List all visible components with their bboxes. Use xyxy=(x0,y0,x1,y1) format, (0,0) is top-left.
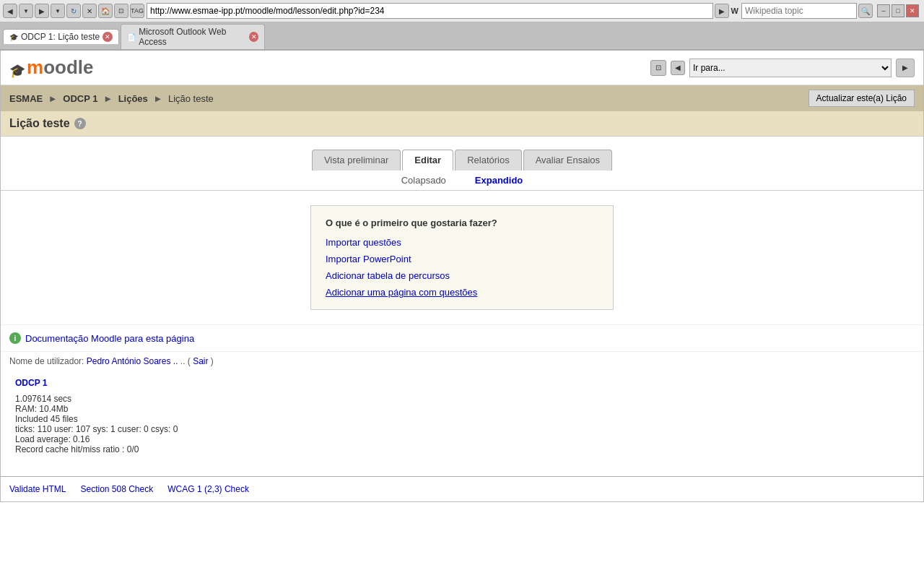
user-close-paren: ) xyxy=(211,356,214,366)
address-bar: ▶ xyxy=(147,3,729,19)
add-table-link[interactable]: Adicionar tabela de percursos xyxy=(326,270,598,281)
wcag-link[interactable]: WCAG 1 (2,3) Check xyxy=(167,484,249,494)
forward-arrow-button[interactable]: ▼ xyxy=(51,4,65,18)
user-separator: .. ( xyxy=(180,356,191,366)
logo-m: m xyxy=(27,56,43,78)
debug-stat-0: 1.097614 secs xyxy=(15,394,909,404)
add-page-link[interactable]: Adicionar uma página com questões xyxy=(326,287,598,298)
screenshot-button[interactable]: ⊡ xyxy=(114,4,128,18)
debug-stat-5: Record cache hit/miss ratio : 0/0 xyxy=(15,444,909,454)
logo-text: moodle xyxy=(27,56,93,79)
browser-chrome: ◀ ▼ ▶ ▼ ↻ ✕ 🏠 ⊡ TAG ▶ W 🔍 – □ ✕ 🎓 xyxy=(0,0,924,51)
debug-stat-4: Load average: 0.16 xyxy=(15,434,909,444)
section-508-link[interactable]: Section 508 Check xyxy=(80,484,153,494)
minimize-button[interactable]: – xyxy=(877,4,890,17)
content-tabs-container: Vista preliminar Editar Relatórios Avali… xyxy=(1,137,923,351)
logo-hat-icon: 🎓 xyxy=(9,63,25,79)
tab-2-title: Microsoft Outlook Web Access xyxy=(139,27,246,47)
action-box-title: O que é o primeiro que gostaria fazer? xyxy=(326,217,598,228)
nav-back-btn[interactable]: ◀ xyxy=(671,61,685,75)
debug-stat-2: Included 45 files xyxy=(15,414,909,424)
expand-row: Colapsado Expandido xyxy=(1,171,923,191)
tab-essays[interactable]: Avaliar Ensaios xyxy=(523,150,612,171)
nav-screenshot-btn[interactable]: ⊡ xyxy=(650,60,666,76)
tab-1-icon: 🎓 xyxy=(9,33,18,41)
debug-stats: 1.097614 secs RAM: 10.4Mb Included 45 fi… xyxy=(15,394,909,454)
tab-1-title: ODCP 1: Lição teste xyxy=(21,32,100,42)
bottom-links: Validate HTML Section 508 Check WCAG 1 (… xyxy=(1,476,923,501)
page-title-bar: Lição teste ? xyxy=(1,111,923,137)
doc-link-bar: i Documentação Moodle para esta página xyxy=(1,324,923,351)
address-go-arrow[interactable]: ▶ xyxy=(715,4,729,18)
nav-controls: ⊡ ◀ Ir para... ▶ xyxy=(650,59,915,77)
tab-2-close[interactable]: ✕ xyxy=(249,32,258,42)
doc-link[interactable]: Documentação Moodle para esta página xyxy=(25,333,194,344)
breadcrumb-sep-1: ► xyxy=(48,93,60,104)
collapsed-option[interactable]: Colapsado xyxy=(401,175,446,186)
tab-reports[interactable]: Relatórios xyxy=(455,150,522,171)
goto-go-button[interactable]: ▶ xyxy=(896,59,915,77)
debug-section: ODCP 1 1.097614 secs RAM: 10.4Mb Include… xyxy=(1,371,923,462)
maximize-button[interactable]: □ xyxy=(892,4,905,17)
page-title-text: Lição teste xyxy=(9,117,70,130)
back-button[interactable]: ◀ xyxy=(3,4,17,18)
tabs-bar: 🎓 ODCP 1: Lição teste ✕ 📄 Microsoft Outl… xyxy=(0,22,924,50)
stop-button[interactable]: ✕ xyxy=(82,4,97,18)
breadcrumb-esmae[interactable]: ESMAE xyxy=(9,93,43,104)
logo-rest: oodle xyxy=(43,56,93,78)
help-icon[interactable]: ? xyxy=(74,118,86,129)
user-bar: Nome de utilizador: Pedro António Soares… xyxy=(1,351,923,371)
content-tabs: Vista preliminar Editar Relatórios Avali… xyxy=(1,142,923,171)
validate-html-link[interactable]: Validate HTML xyxy=(9,484,66,494)
action-box: O que é o primeiro que gostaria fazer? I… xyxy=(310,205,614,310)
search-input[interactable] xyxy=(741,3,857,19)
search-area: W 🔍 xyxy=(731,3,873,19)
tab-preview[interactable]: Vista preliminar xyxy=(312,150,401,171)
window-controls: – □ ✕ xyxy=(875,2,921,20)
breadcrumb-odcp1[interactable]: ODCP 1 xyxy=(63,93,97,104)
info-icon: i xyxy=(9,332,21,344)
breadcrumb-sep-2: ► xyxy=(103,93,115,104)
browser-toolbar: ◀ ▼ ▶ ▼ ↻ ✕ 🏠 ⊡ TAG ▶ W 🔍 – □ ✕ xyxy=(0,0,924,22)
home-button[interactable]: 🏠 xyxy=(98,4,113,18)
moodle-page: 🎓 moodle ⊡ ◀ Ir para... ▶ ESMAE ► ODCP 1… xyxy=(0,51,924,502)
user-label: Nome de utilizador: xyxy=(9,356,84,366)
main-content: O que é o primeiro que gostaria fazer? I… xyxy=(1,191,923,324)
breadcrumb-current: Lição teste xyxy=(168,93,214,104)
tab-2-icon: 📄 xyxy=(127,33,136,41)
browser-tab-2[interactable]: 📄 Microsoft Outlook Web Access ✕ xyxy=(121,24,265,49)
search-button[interactable]: 🔍 xyxy=(858,4,873,18)
breadcrumb-items: ESMAE ► ODCP 1 ► Lições ► Lição teste xyxy=(9,93,214,104)
breadcrumb-sep-3: ► xyxy=(153,93,165,104)
import-questions-link[interactable]: Importar questões xyxy=(326,237,598,248)
close-button[interactable]: ✕ xyxy=(906,4,919,17)
moodle-logo: 🎓 moodle xyxy=(9,56,93,79)
tab-1-close[interactable]: ✕ xyxy=(103,32,113,42)
debug-stat-1: RAM: 10.4Mb xyxy=(15,404,909,414)
breadcrumb-licoes[interactable]: Lições xyxy=(118,93,148,104)
address-input[interactable] xyxy=(147,3,713,19)
update-lesson-button[interactable]: Actualizar este(a) Lição xyxy=(808,90,915,107)
nav-buttons: ◀ ▼ ▶ ▼ ↻ ✕ 🏠 ⊡ TAG xyxy=(3,4,144,18)
logout-link[interactable]: Sair xyxy=(193,356,208,366)
forward-button[interactable]: ▶ xyxy=(35,4,49,18)
browser-tab-1[interactable]: 🎓 ODCP 1: Lição teste ✕ xyxy=(3,29,119,44)
page-title: Lição teste ? xyxy=(9,117,915,130)
tag-button[interactable]: TAG xyxy=(130,4,144,18)
expanded-option[interactable]: Expandido xyxy=(475,175,523,186)
back-arrow-button[interactable]: ▼ xyxy=(19,4,33,18)
moodle-header: 🎓 moodle ⊡ ◀ Ir para... ▶ xyxy=(1,51,923,85)
wikipedia-icon: W xyxy=(731,7,738,15)
import-powerpoint-link[interactable]: Importar PowerPoint xyxy=(326,254,598,264)
tab-edit[interactable]: Editar xyxy=(402,150,453,171)
breadcrumb: ESMAE ► ODCP 1 ► Lições ► Lição teste Ac… xyxy=(1,85,923,111)
user-name-link[interactable]: Pedro António Soares .. xyxy=(87,356,178,366)
refresh-button[interactable]: ↻ xyxy=(66,4,81,18)
goto-select[interactable]: Ir para... xyxy=(689,59,892,77)
course-link[interactable]: ODCP 1 xyxy=(15,378,47,388)
debug-stat-3: ticks: 110 user: 107 sys: 1 cuser: 0 csy… xyxy=(15,424,909,434)
